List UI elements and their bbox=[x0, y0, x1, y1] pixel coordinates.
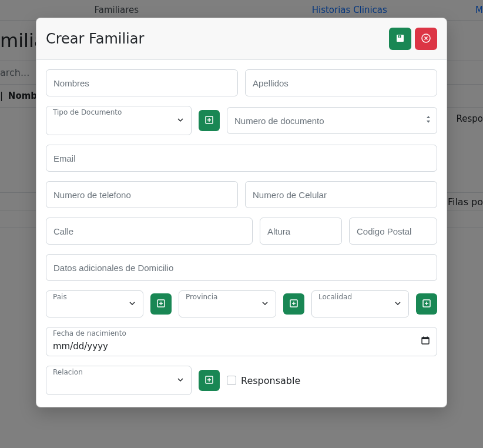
modal-backdrop: Crear Familiar bbox=[0, 0, 483, 448]
plus-icon bbox=[204, 115, 214, 126]
plus-icon bbox=[422, 299, 431, 310]
codigo-postal-field[interactable] bbox=[349, 218, 437, 245]
numero-documento-field[interactable] bbox=[227, 107, 437, 134]
modal-header: Crear Familiar bbox=[36, 18, 447, 60]
plus-icon bbox=[289, 299, 298, 310]
nombres-field[interactable] bbox=[46, 69, 238, 96]
add-localidad-button[interactable] bbox=[416, 293, 437, 315]
relacion-select[interactable] bbox=[46, 366, 192, 395]
close-icon bbox=[421, 33, 431, 45]
modal-title: Crear Familiar bbox=[46, 31, 144, 47]
datos-adicionales-field[interactable] bbox=[46, 254, 437, 281]
telefono-field[interactable] bbox=[46, 181, 238, 208]
celular-field[interactable] bbox=[245, 181, 437, 208]
close-button[interactable] bbox=[415, 28, 437, 50]
modal-body: Tipo de Documento bbox=[36, 60, 447, 407]
plus-icon bbox=[204, 375, 214, 386]
plus-icon bbox=[156, 299, 166, 310]
pais-select[interactable] bbox=[46, 290, 143, 317]
add-provincia-button[interactable] bbox=[283, 293, 304, 315]
responsable-checkbox[interactable] bbox=[227, 376, 236, 385]
save-icon bbox=[395, 34, 405, 45]
create-familiar-modal: Crear Familiar bbox=[36, 18, 447, 407]
responsable-label: Responsable bbox=[241, 375, 300, 386]
altura-field[interactable] bbox=[260, 218, 342, 245]
provincia-select[interactable] bbox=[179, 290, 276, 317]
add-pais-button[interactable] bbox=[150, 293, 172, 315]
add-relacion-button[interactable] bbox=[199, 370, 220, 391]
calle-field[interactable] bbox=[46, 218, 253, 245]
save-button[interactable] bbox=[389, 28, 411, 50]
fecha-nacimiento-field[interactable] bbox=[46, 327, 437, 356]
add-tipo-documento-button[interactable] bbox=[199, 110, 220, 131]
email-field[interactable] bbox=[46, 145, 437, 172]
localidad-select[interactable] bbox=[311, 290, 409, 317]
apellidos-field[interactable] bbox=[245, 69, 437, 96]
tipo-documento-select[interactable] bbox=[46, 106, 192, 135]
svg-rect-2 bbox=[400, 35, 401, 37]
